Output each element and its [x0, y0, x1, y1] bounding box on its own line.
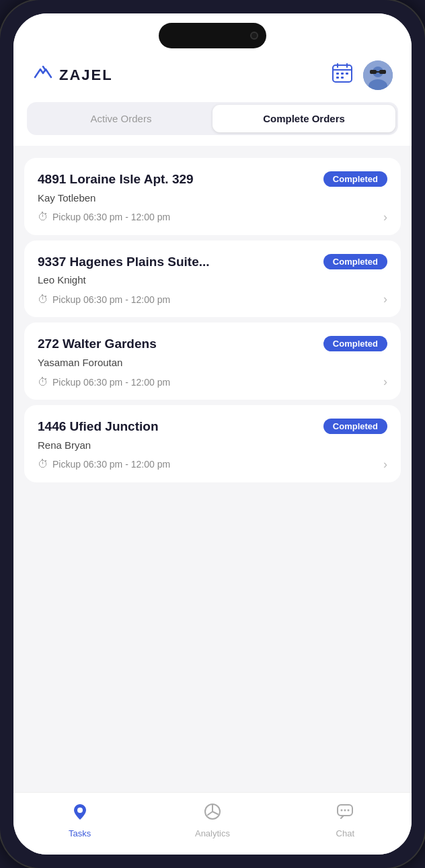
phone-screen: ZAJEL [13, 13, 412, 855]
nav-item-chat[interactable]: Chat [279, 802, 412, 838]
phone-shell: ZAJEL [0, 0, 425, 868]
order-address: 9337 Hagenes Plains Suite... [38, 254, 323, 271]
clock-icon: ⏱ [38, 458, 48, 470]
tabs-container: Active Orders Complete Orders [13, 102, 412, 146]
svg-rect-3 [346, 73, 348, 75]
orders-list: 4891 Loraine Isle Apt. 329 Completed Kay… [13, 146, 412, 792]
order-address: 1446 Ufied Junction [38, 419, 323, 435]
chevron-icon: › [383, 375, 387, 389]
clock-icon: ⏱ [38, 376, 48, 388]
order-name: Leo Knight [38, 274, 387, 286]
order-time: ⏱ Pickup 06:30 pm - 12:00 pm [38, 376, 170, 388]
dynamic-island [159, 23, 266, 48]
nav-label-analytics: Analytics [195, 828, 230, 838]
analytics-icon [203, 802, 222, 826]
svg-rect-10 [379, 70, 386, 74]
calendar-icon[interactable] [331, 62, 354, 89]
svg-point-15 [341, 810, 343, 812]
status-badge: Completed [323, 419, 387, 434]
order-top: 1446 Ufied Junction Completed [38, 419, 387, 435]
nav-label-tasks: Tasks [69, 828, 91, 838]
clock-icon: ⏱ [38, 294, 48, 306]
nav-label-chat: Chat [336, 828, 354, 838]
logo-icon [32, 64, 54, 87]
clock-icon: ⏱ [38, 211, 48, 223]
order-time-row: ⏱ Pickup 06:30 pm - 12:00 pm › [38, 375, 387, 389]
svg-point-12 [77, 808, 83, 813]
order-address: 4891 Loraine Isle Apt. 329 [38, 171, 323, 188]
order-card[interactable]: 272 Walter Gardens Completed Yasaman For… [24, 322, 401, 400]
bottom-nav: Tasks Analytics [13, 792, 412, 855]
order-top: 272 Walter Gardens Completed [38, 336, 387, 353]
svg-point-17 [348, 810, 350, 812]
chevron-icon: › [383, 458, 387, 472]
logo: ZAJEL [32, 64, 113, 87]
svg-rect-4 [336, 77, 339, 79]
order-name: Rena Bryan [38, 439, 387, 451]
order-card[interactable]: 1446 Ufied Junction Completed Rena Bryan… [24, 405, 401, 482]
avatar[interactable] [363, 60, 393, 90]
tab-complete-orders[interactable]: Complete Orders [212, 105, 395, 132]
order-time-row: ⏱ Pickup 06:30 pm - 12:00 pm › [38, 292, 387, 306]
tasks-icon [71, 802, 89, 826]
logo-text: ZAJEL [59, 67, 113, 84]
order-time-row: ⏱ Pickup 06:30 pm - 12:00 pm › [38, 458, 387, 472]
order-top: 9337 Hagenes Plains Suite... Completed [38, 254, 387, 271]
status-badge: Completed [323, 336, 387, 351]
chat-icon [336, 802, 354, 826]
svg-rect-2 [341, 73, 344, 75]
tabs: Active Orders Complete Orders [27, 102, 398, 135]
svg-point-16 [344, 810, 346, 812]
chevron-icon: › [383, 210, 387, 224]
chevron-icon: › [383, 292, 387, 306]
order-name: Yasaman Foroutan [38, 357, 387, 368]
order-top: 4891 Loraine Isle Apt. 329 Completed [38, 171, 387, 188]
order-time: ⏱ Pickup 06:30 pm - 12:00 pm [38, 458, 170, 470]
order-address: 272 Walter Gardens [38, 336, 323, 353]
svg-rect-9 [370, 70, 377, 74]
status-badge: Completed [323, 171, 387, 187]
svg-rect-5 [341, 77, 344, 79]
order-time: ⏱ Pickup 06:30 pm - 12:00 pm [38, 294, 170, 306]
order-name: Kay Totleben [38, 192, 387, 204]
order-card[interactable]: 9337 Hagenes Plains Suite... Completed L… [24, 241, 401, 318]
tab-active-orders[interactable]: Active Orders [30, 105, 212, 132]
status-badge: Completed [323, 254, 387, 269]
nav-item-tasks[interactable]: Tasks [13, 802, 146, 838]
header-actions [331, 60, 393, 90]
order-card[interactable]: 4891 Loraine Isle Apt. 329 Completed Kay… [24, 158, 401, 235]
order-time-row: ⏱ Pickup 06:30 pm - 12:00 pm › [38, 210, 387, 224]
camera-dot [250, 32, 258, 40]
nav-item-analytics[interactable]: Analytics [146, 802, 278, 838]
order-time: ⏱ Pickup 06:30 pm - 12:00 pm [38, 211, 170, 223]
svg-rect-1 [336, 73, 339, 75]
